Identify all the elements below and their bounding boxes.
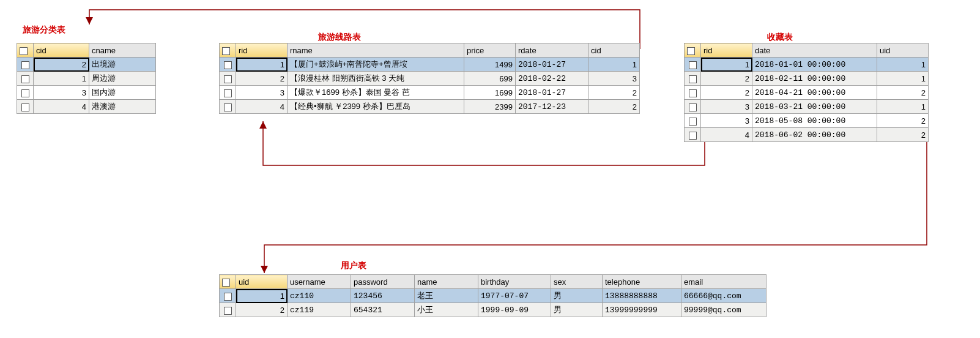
table-row[interactable]: 22018-02-11 00:00:001 [685, 72, 929, 86]
table-row[interactable]: 4【经典•狮航 ￥2399 秒杀】巴厘岛23992017-12-232 [220, 100, 640, 114]
row-checkbox[interactable] [685, 100, 701, 114]
cell-cid[interactable]: 1 [588, 58, 640, 72]
table-row[interactable]: 3【爆款￥1699 秒杀】泰国 曼谷 芭16992018-01-272 [220, 86, 640, 100]
cell-uid[interactable]: 1 [877, 58, 929, 72]
cell-username[interactable]: cz110 [288, 289, 351, 303]
cell-cid[interactable]: 2 [588, 86, 640, 100]
cell-rid[interactable]: 4 [236, 100, 288, 114]
row-checkbox[interactable] [17, 86, 34, 100]
cell-rid[interactable]: 1 [701, 58, 752, 72]
cell-name[interactable]: 小王 [415, 303, 478, 317]
cell-rname[interactable]: 【厦门+鼓浪屿+南普陀寺+曾厝垵 [288, 58, 464, 72]
cell-uid[interactable]: 2 [877, 114, 929, 128]
cell-uid[interactable]: 2 [877, 128, 929, 142]
cell-rname[interactable]: 【爆款￥1699 秒杀】泰国 曼谷 芭 [288, 86, 464, 100]
table-row[interactable]: 1【厦门+鼓浪屿+南普陀寺+曾厝垵14992018-01-271 [220, 58, 640, 72]
table-row[interactable]: 1cz110123456老王1977-07-07男138888888886666… [220, 289, 767, 303]
row-checkbox[interactable] [685, 72, 701, 86]
table-row[interactable]: 42018-06-02 00:00:002 [685, 128, 929, 142]
cell-rdate[interactable]: 2018-02-22 [516, 72, 588, 86]
cell-price[interactable]: 699 [464, 72, 516, 86]
col-rid-fk[interactable]: rid [701, 43, 752, 58]
col-name[interactable]: name [415, 275, 478, 289]
cell-uid[interactable]: 2 [236, 303, 288, 317]
col-price[interactable]: price [464, 43, 516, 58]
row-checkbox[interactable] [685, 128, 701, 142]
col-email[interactable]: email [681, 275, 767, 289]
col-sex[interactable]: sex [551, 275, 603, 289]
cell-uid[interactable]: 1 [236, 289, 288, 303]
select-all-checkbox[interactable] [685, 43, 701, 58]
cell-rdate[interactable]: 2017-12-23 [516, 100, 588, 114]
col-uid-fk[interactable]: uid [877, 43, 929, 58]
row-checkbox[interactable] [220, 100, 236, 114]
cell-cname[interactable]: 国内游 [89, 86, 156, 100]
row-checkbox[interactable] [220, 303, 236, 317]
cell-uid[interactable]: 2 [877, 86, 929, 100]
cell-rid[interactable]: 2 [701, 72, 752, 86]
col-telephone[interactable]: telephone [603, 275, 681, 289]
cell-uid[interactable]: 1 [877, 72, 929, 86]
table-row[interactable]: 3国内游 [17, 86, 156, 100]
select-all-checkbox[interactable] [220, 275, 236, 289]
cell-rid[interactable]: 2 [701, 86, 752, 100]
cell-rid[interactable]: 4 [701, 128, 752, 142]
cell-date[interactable]: 2018-05-08 00:00:00 [752, 114, 877, 128]
cell-date[interactable]: 2018-04-21 00:00:00 [752, 86, 877, 100]
row-checkbox[interactable] [685, 58, 701, 72]
select-all-checkbox[interactable] [17, 43, 34, 58]
cell-email[interactable]: 66666@qq.com [681, 289, 767, 303]
row-checkbox[interactable] [685, 86, 701, 100]
row-checkbox[interactable] [220, 72, 236, 86]
table-row[interactable]: 2出境游 [17, 58, 156, 72]
cell-date[interactable]: 2018-02-11 00:00:00 [752, 72, 877, 86]
cell-cid[interactable]: 1 [34, 72, 89, 86]
cell-cid[interactable]: 4 [34, 100, 89, 114]
cell-date[interactable]: 2018-01-01 00:00:00 [752, 58, 877, 72]
cell-telephone[interactable]: 13888888888 [603, 289, 681, 303]
row-checkbox[interactable] [17, 58, 34, 72]
col-date[interactable]: date [752, 43, 877, 58]
col-password[interactable]: password [351, 275, 415, 289]
cell-rid[interactable]: 1 [236, 58, 288, 72]
table-row[interactable]: 32018-05-08 00:00:002 [685, 114, 929, 128]
select-all-checkbox[interactable] [220, 43, 236, 58]
cell-telephone[interactable]: 13999999999 [603, 303, 681, 317]
cell-rid[interactable]: 3 [701, 100, 752, 114]
cell-email[interactable]: 99999@qq.com [681, 303, 767, 317]
cell-password[interactable]: 654321 [351, 303, 415, 317]
table-row[interactable]: 32018-03-21 00:00:001 [685, 100, 929, 114]
cell-cid[interactable]: 2 [34, 58, 89, 72]
cell-birthday[interactable]: 1977-07-07 [478, 289, 551, 303]
col-birthday[interactable]: birthday [478, 275, 551, 289]
col-username[interactable]: username [288, 275, 351, 289]
cell-price[interactable]: 1699 [464, 86, 516, 100]
cell-price[interactable]: 1499 [464, 58, 516, 72]
row-checkbox[interactable] [685, 114, 701, 128]
cell-date[interactable]: 2018-03-21 00:00:00 [752, 100, 877, 114]
cell-date[interactable]: 2018-06-02 00:00:00 [752, 128, 877, 142]
cell-rdate[interactable]: 2018-01-27 [516, 86, 588, 100]
cell-cname[interactable]: 港澳游 [89, 100, 156, 114]
table-row[interactable]: 22018-04-21 00:00:002 [685, 86, 929, 100]
table-row[interactable]: 2【浪漫桂林 阳朔西街高铁 3 天纯6992018-02-223 [220, 72, 640, 86]
cell-cid[interactable]: 2 [588, 100, 640, 114]
cell-uid[interactable]: 1 [877, 100, 929, 114]
col-cname[interactable]: cname [89, 43, 156, 58]
table-row[interactable]: 2cz119654321小王1999-09-09男139999999999999… [220, 303, 767, 317]
cell-rname[interactable]: 【浪漫桂林 阳朔西街高铁 3 天纯 [288, 72, 464, 86]
row-checkbox[interactable] [220, 58, 236, 72]
cell-cname[interactable]: 周边游 [89, 72, 156, 86]
col-uid[interactable]: uid [236, 275, 288, 289]
col-cid-fk[interactable]: cid [588, 43, 640, 58]
cell-username[interactable]: cz119 [288, 303, 351, 317]
col-rid[interactable]: rid [236, 43, 288, 58]
row-checkbox[interactable] [220, 289, 236, 303]
col-rname[interactable]: rname [288, 43, 464, 58]
row-checkbox[interactable] [220, 86, 236, 100]
row-checkbox[interactable] [17, 100, 34, 114]
cell-name[interactable]: 老王 [415, 289, 478, 303]
cell-cid[interactable]: 3 [34, 86, 89, 100]
cell-rid[interactable]: 3 [236, 86, 288, 100]
table-row[interactable]: 12018-01-01 00:00:001 [685, 58, 929, 72]
